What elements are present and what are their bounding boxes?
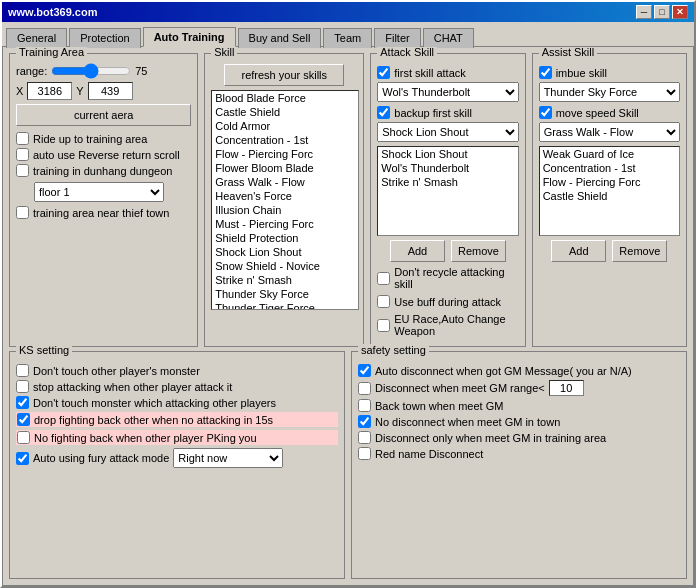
- list-item[interactable]: Concentration - 1st: [212, 133, 358, 147]
- safety-checkbox-1[interactable]: [358, 382, 371, 395]
- attack-combo2[interactable]: Shock Lion Shout: [377, 122, 518, 142]
- list-item[interactable]: Shock Lion Shout: [378, 147, 517, 161]
- safety-label-4: Disconnect only when meet GM in training…: [375, 432, 606, 444]
- ride-checkbox[interactable]: [16, 132, 29, 145]
- ks-label-3: drop fighting back other when no attacki…: [34, 414, 273, 426]
- safety-item-5: Red name Disconnect: [358, 447, 680, 460]
- move-speed-checkbox[interactable]: [539, 106, 552, 119]
- ks-checkbox-1[interactable]: [16, 380, 29, 393]
- list-item[interactable]: Must - Piercing Forc: [212, 217, 358, 231]
- minimize-button[interactable]: ─: [636, 5, 652, 19]
- assist-remove-button[interactable]: Remove: [612, 240, 667, 262]
- list-item[interactable]: Castle Shield: [540, 189, 679, 203]
- safety-checkbox-2[interactable]: [358, 399, 371, 412]
- eu-race-checkbox[interactable]: [377, 319, 390, 332]
- tab-auto-training[interactable]: Auto Training: [143, 27, 236, 47]
- close-button[interactable]: ✕: [672, 5, 688, 19]
- skill-listbox[interactable]: Blood Blade Force Castle Shield Cold Arm…: [211, 90, 359, 310]
- safety-item-4: Disconnect only when meet GM in training…: [358, 431, 680, 444]
- assist-skill-list[interactable]: Weak Guard of Ice Concentration - 1st Fl…: [539, 146, 680, 236]
- list-item[interactable]: Heaven's Force: [212, 189, 358, 203]
- list-item[interactable]: Castle Shield: [212, 105, 358, 119]
- safety-label-5: Red name Disconnect: [375, 448, 483, 460]
- auto-reverse-row: auto use Reverse return scroll: [16, 148, 191, 161]
- list-item[interactable]: Strike n' Smash: [378, 175, 517, 189]
- use-buff-checkbox[interactable]: [377, 295, 390, 308]
- list-item[interactable]: Concentration - 1st: [540, 161, 679, 175]
- title-bar: www.bot369.com ─ □ ✕: [2, 2, 694, 22]
- attack-remove-button[interactable]: Remove: [451, 240, 506, 262]
- attack-skill-label: Attack Skill: [377, 46, 437, 58]
- auto-reverse-checkbox[interactable]: [16, 148, 29, 161]
- refresh-skills-button[interactable]: refresh your skills: [224, 64, 344, 86]
- dont-recycle-checkbox[interactable]: [377, 272, 390, 285]
- list-item[interactable]: Weak Guard of Ice: [540, 147, 679, 161]
- imbue-label: imbue skill: [556, 67, 607, 79]
- safety-items: Auto disconnect when got GM Message( you…: [358, 364, 680, 460]
- ks-checkbox-3[interactable]: [17, 413, 30, 426]
- attack-combo1[interactable]: Wol's Thunderbolt: [377, 82, 518, 102]
- backup-skill-row: backup first skill: [377, 106, 518, 119]
- safety-label-0: Auto disconnect when got GM Message( you…: [375, 365, 632, 377]
- dungeon-checkbox[interactable]: [16, 164, 29, 177]
- assist-combo2[interactable]: Grass Walk - Flow: [539, 122, 680, 142]
- safety-checkbox-3[interactable]: [358, 415, 371, 428]
- list-item[interactable]: Grass Walk - Flow: [212, 175, 358, 189]
- first-skill-checkbox[interactable]: [377, 66, 390, 79]
- safety-gm-range-input[interactable]: [549, 380, 584, 396]
- dungeon-select[interactable]: floor 1: [34, 182, 164, 202]
- safety-checkbox-5[interactable]: [358, 447, 371, 460]
- list-item[interactable]: Blood Blade Force: [212, 91, 358, 105]
- imbue-row: imbue skill: [539, 66, 680, 79]
- tab-bar: General Protection Auto Training Buy and…: [2, 22, 694, 46]
- ks-item-1: stop attacking when other player attack …: [16, 380, 338, 393]
- fury-checkbox[interactable]: [16, 452, 29, 465]
- safety-checkbox-4[interactable]: [358, 431, 371, 444]
- range-label: range:: [16, 65, 47, 77]
- list-item[interactable]: Shock Lion Shout: [212, 245, 358, 259]
- x-input[interactable]: [27, 82, 72, 100]
- list-item[interactable]: Flower Bloom Blade: [212, 161, 358, 175]
- bottom-checkboxes: Don't recycle attacking skill Use buff d…: [377, 266, 518, 340]
- ks-items: Don't touch other player's monster stop …: [16, 364, 338, 445]
- tab-team[interactable]: Team: [323, 28, 372, 48]
- tab-chat[interactable]: CHAT: [423, 28, 474, 48]
- range-slider[interactable]: [51, 64, 131, 78]
- tab-buy-sell[interactable]: Buy and Sell: [238, 28, 322, 48]
- ks-checkbox-2[interactable]: [16, 396, 29, 409]
- current-area-button[interactable]: current aera: [16, 104, 191, 126]
- assist-combo1[interactable]: Thunder Sky Force: [539, 82, 680, 102]
- safety-checkbox-0[interactable]: [358, 364, 371, 377]
- list-item[interactable]: Thunder Sky Force: [212, 287, 358, 301]
- ks-checkbox-4[interactable]: [17, 431, 30, 444]
- tab-filter[interactable]: Filter: [374, 28, 420, 48]
- ks-checkbox-0[interactable]: [16, 364, 29, 377]
- backup-skill-checkbox[interactable]: [377, 106, 390, 119]
- safety-label-1: Disconnect when meet GM range<: [375, 382, 545, 394]
- attack-add-button[interactable]: Add: [390, 240, 445, 262]
- attack-skill-list[interactable]: Shock Lion Shout Wol's Thunderbolt Strik…: [377, 146, 518, 236]
- list-item[interactable]: Flow - Piercing Forc: [540, 175, 679, 189]
- assist-add-button[interactable]: Add: [551, 240, 606, 262]
- list-item[interactable]: Snow Shield - Novice: [212, 259, 358, 273]
- y-label: Y: [76, 85, 83, 97]
- tab-general[interactable]: General: [6, 28, 67, 48]
- thief-checkbox[interactable]: [16, 206, 29, 219]
- list-item[interactable]: Shield Protection: [212, 231, 358, 245]
- fury-combo[interactable]: Right now When HP low Never: [173, 448, 283, 468]
- list-item[interactable]: Strike n' Smash: [212, 273, 358, 287]
- imbue-checkbox[interactable]: [539, 66, 552, 79]
- list-item[interactable]: Wol's Thunderbolt: [378, 161, 517, 175]
- first-skill-row: first skill attack: [377, 66, 518, 79]
- list-item[interactable]: Thunder Tiger Force: [212, 301, 358, 310]
- assist-combo1-row: Thunder Sky Force: [539, 82, 680, 102]
- tab-protection[interactable]: Protection: [69, 28, 141, 48]
- list-item[interactable]: Illusion Chain: [212, 203, 358, 217]
- list-item[interactable]: Flow - Piercing Forc: [212, 147, 358, 161]
- y-input[interactable]: [88, 82, 133, 100]
- attack-skill-group: Attack Skill first skill attack Wol's Th…: [370, 53, 525, 347]
- ride-label: Ride up to training area: [33, 133, 147, 145]
- maximize-button[interactable]: □: [654, 5, 670, 19]
- move-speed-label: move speed Skill: [556, 107, 639, 119]
- list-item[interactable]: Cold Armor: [212, 119, 358, 133]
